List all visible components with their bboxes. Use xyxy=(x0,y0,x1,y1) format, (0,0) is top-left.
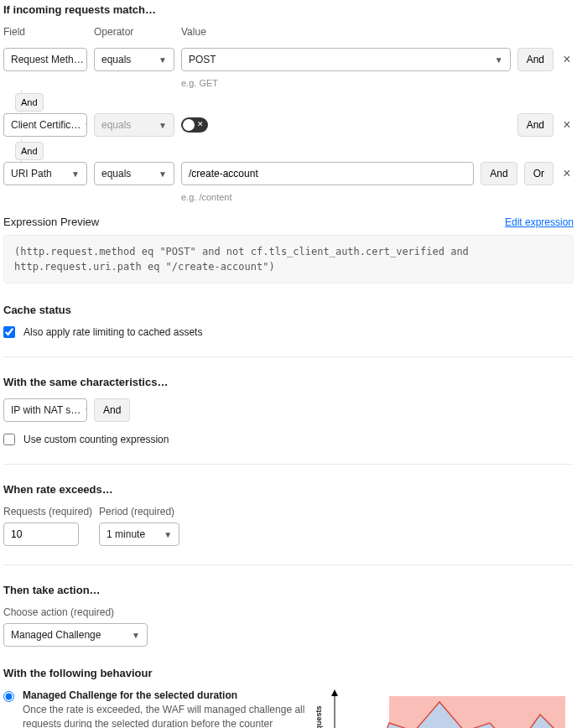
period-select[interactable]: 1 minute▼ xyxy=(99,523,179,546)
chevron-down-icon: ▼ xyxy=(71,169,80,179)
operator-select[interactable]: equals▼ xyxy=(94,162,174,185)
chevron-down-icon: ▼ xyxy=(495,55,503,65)
characteristics-select[interactable]: IP with NAT s…▼ xyxy=(3,398,87,422)
behaviour-radio-duration[interactable] xyxy=(3,691,14,702)
operator-select[interactable]: equals▼ xyxy=(94,48,174,71)
expression-code: (http.request.method eq "POST" and not c… xyxy=(3,235,574,283)
custom-counting-label: Use custom counting expression xyxy=(23,434,169,445)
chevron-down-icon: ▼ xyxy=(84,121,87,130)
and-button[interactable]: And xyxy=(94,398,130,422)
close-icon[interactable]: × xyxy=(560,167,574,180)
action-title: Then take action… xyxy=(3,584,574,596)
incoming-title: If incoming requests match… xyxy=(3,3,574,16)
edit-expression-link[interactable]: Edit expression xyxy=(505,216,574,228)
action-label: Choose action (required) xyxy=(3,606,574,618)
operator-select-disabled: equals▼ xyxy=(94,113,174,137)
behaviour-chart: Requests Time Action duration xyxy=(322,689,574,728)
value-hint: e.g. GET xyxy=(181,78,500,88)
connector-and-button[interactable]: And xyxy=(15,142,44,160)
rule-row: Client Certific…▼ equals▼ And × xyxy=(3,113,574,137)
requests-input[interactable] xyxy=(3,523,79,546)
field-label: Field xyxy=(3,26,87,38)
svg-marker-1 xyxy=(331,689,338,696)
value-label: Value xyxy=(181,26,500,38)
and-button[interactable]: And xyxy=(517,48,554,71)
operator-label: Operator xyxy=(94,26,174,38)
chevron-down-icon: ▼ xyxy=(159,55,167,65)
chevron-down-icon: ▼ xyxy=(159,169,167,179)
chevron-down-icon: ▼ xyxy=(164,530,172,539)
close-icon[interactable]: × xyxy=(560,53,574,66)
chevron-down-icon: ▼ xyxy=(132,631,140,640)
behaviour-opt1-desc: Once the rate is exceeded, the WAF will … xyxy=(23,703,305,728)
value-hint: e.g. /content xyxy=(181,192,500,202)
expression-preview-title: Expression Preview xyxy=(3,216,99,228)
period-label: Period (required) xyxy=(99,506,179,517)
connector-and-button[interactable]: And xyxy=(15,93,44,112)
toggle-switch[interactable] xyxy=(181,117,208,133)
chevron-down-icon: ▼ xyxy=(84,406,87,415)
chevron-down-icon: ▼ xyxy=(159,121,167,130)
characteristics-title: With the same characteristics… xyxy=(3,376,574,388)
and-button[interactable]: And xyxy=(481,162,517,185)
and-button[interactable]: And xyxy=(517,113,554,137)
value-select[interactable]: POST▼ xyxy=(181,48,511,71)
rule-row: URI Path▼ equals▼ And Or × xyxy=(3,162,574,185)
rule-row: Request Meth…▼ equals▼ POST▼ And × xyxy=(3,48,574,71)
or-button[interactable]: Or xyxy=(524,162,554,185)
field-select[interactable]: Client Certific…▼ xyxy=(3,113,87,137)
rate-title: When rate exceeds… xyxy=(3,483,574,496)
requests-label: Requests (required) xyxy=(3,506,92,517)
cache-status-title: Cache status xyxy=(3,304,574,316)
custom-counting-checkbox[interactable] xyxy=(3,434,15,445)
cache-checkbox[interactable] xyxy=(3,326,15,338)
behaviour-title: With the following behaviour xyxy=(3,667,574,679)
cache-checkbox-label: Also apply rate limiting to cached asset… xyxy=(23,326,202,338)
action-select[interactable]: Managed Challenge▼ xyxy=(3,623,148,647)
field-select[interactable]: Request Meth…▼ xyxy=(3,48,87,71)
field-select[interactable]: URI Path▼ xyxy=(3,162,87,185)
close-icon[interactable]: × xyxy=(560,118,574,132)
behaviour-opt1-title: Managed Challenge for the selected durat… xyxy=(23,689,305,701)
chart-ylabel: Requests xyxy=(314,705,323,728)
value-input[interactable] xyxy=(181,162,474,185)
